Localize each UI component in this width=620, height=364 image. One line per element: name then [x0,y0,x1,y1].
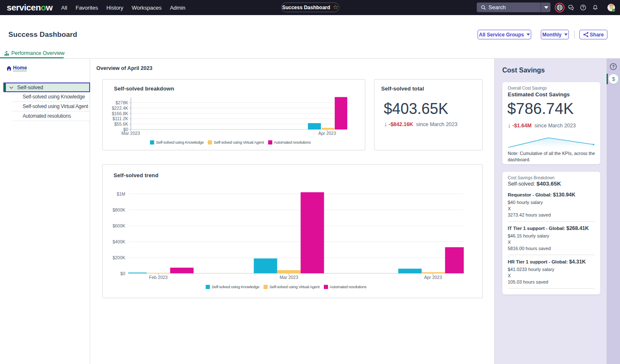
svg-text:$111.2K: $111.2K [112,116,128,121]
svg-text:$600K: $600K [113,223,125,228]
svg-text:Feb 2023: Feb 2023 [149,275,168,280]
svg-text:$222.4K: $222.4K [112,106,128,111]
svg-text:$200K: $200K [113,255,125,260]
svg-text:$1M: $1M [117,191,125,196]
svg-text:$278K: $278K [116,100,128,105]
svg-text:?: ? [612,65,615,69]
svg-text:Apr 2023: Apr 2023 [318,131,336,136]
svg-text:Mar 2023: Mar 2023 [121,131,140,136]
svg-text:$800K: $800K [113,207,125,212]
svg-text:$55.6K: $55.6K [114,121,128,126]
svg-text:$166.8K: $166.8K [112,111,128,116]
svg-text:Apr 2023: Apr 2023 [424,275,442,280]
svg-text:$400K: $400K [113,239,125,244]
svg-text:$0: $0 [120,271,125,276]
svg-text:Mar 2023: Mar 2023 [279,275,298,280]
